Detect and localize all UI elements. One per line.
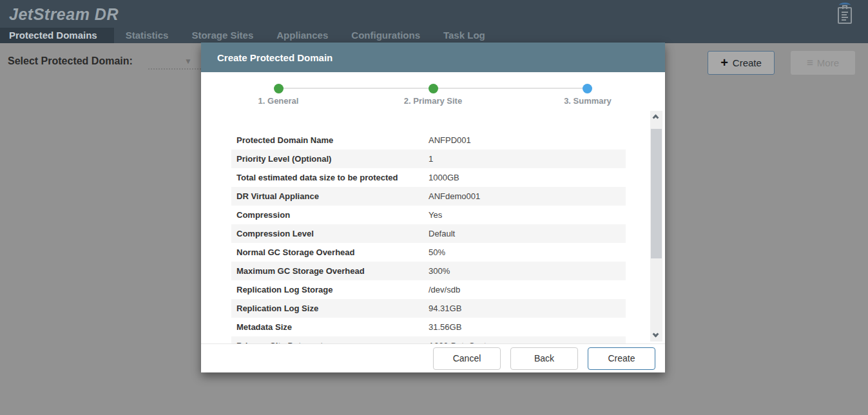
dialog-header: Create Protected Domain xyxy=(201,43,665,72)
scroll-down-button[interactable] xyxy=(650,330,662,342)
row-label: Compression xyxy=(231,210,429,220)
dialog-title: Create Protected Domain xyxy=(201,52,333,63)
row-value: ANFdemo001 xyxy=(429,191,626,201)
row-label: Priority Level (Optional) xyxy=(231,154,429,164)
table-row: Compression Yes xyxy=(231,206,626,224)
dialog-scrollbar[interactable] xyxy=(650,111,662,342)
table-row: Total estimated data size to be protecte… xyxy=(231,168,626,187)
tab-appliances[interactable]: Appliances xyxy=(265,28,340,43)
tab-statistics[interactable]: Statistics xyxy=(114,28,180,43)
tab-storage-sites[interactable]: Storage Sites xyxy=(180,28,265,43)
table-row: Replication Log Size 94.31GB xyxy=(231,299,626,318)
tab-task-log[interactable]: Task Log xyxy=(432,28,497,43)
row-value: 50% xyxy=(429,247,626,257)
scrollbar-thumb[interactable] xyxy=(651,129,662,258)
row-label: Protected Domain Name xyxy=(231,135,429,145)
more-button: ≡ More xyxy=(791,51,855,75)
scroll-up-button[interactable] xyxy=(650,111,662,122)
row-label: Normal GC Storage Overhead xyxy=(231,247,429,257)
more-button-label: More xyxy=(817,57,839,68)
plus-icon: + xyxy=(720,55,728,70)
create-button[interactable]: Create xyxy=(588,347,655,370)
select-protected-domain-label: Select Protected Domain: xyxy=(8,55,133,67)
chevron-down-icon xyxy=(653,331,659,338)
table-row: Metadata Size 31.56GB xyxy=(231,318,626,336)
row-value: 1000GB xyxy=(429,173,626,182)
step-dot-general xyxy=(274,84,284,93)
row-value: Yes xyxy=(429,210,626,220)
table-row: DR Virtual Appliance ANFdemo001 xyxy=(231,187,626,206)
create-protected-domain-dialog: Create Protected Domain 1. General 2. Pr… xyxy=(201,43,665,372)
row-label: Total estimated data size to be protecte… xyxy=(231,173,429,182)
chevron-up-icon xyxy=(653,115,659,121)
cancel-button[interactable]: Cancel xyxy=(433,347,501,370)
step-dot-summary xyxy=(583,84,592,93)
clipboard-icon[interactable] xyxy=(837,4,854,24)
table-row: Normal GC Storage Overhead 50% xyxy=(231,243,626,262)
table-row: Maximum GC Storage Overhead 300% xyxy=(231,262,626,280)
row-value: 1 xyxy=(429,154,626,164)
create-button-label: Create xyxy=(733,57,762,68)
summary-table: Protected Domain Name ANFPD001 Priority … xyxy=(231,131,626,343)
app-logo: JetStream DR xyxy=(9,5,119,24)
row-value: 31.56GB xyxy=(429,322,626,332)
clipboard-body-icon xyxy=(838,7,852,24)
protected-domain-dropdown[interactable] xyxy=(148,68,201,70)
row-label: Replication Log Size xyxy=(231,304,429,313)
tab-protected-domains[interactable]: Protected Domains xyxy=(0,28,114,43)
row-label: Replication Log Storage xyxy=(231,285,429,294)
step-label-summary: 3. Summary xyxy=(536,96,639,106)
row-value: /dev/sdb xyxy=(429,285,626,294)
step-dot-primary-site xyxy=(429,84,438,93)
row-label: Maximum GC Storage Overhead xyxy=(231,266,429,276)
create-domain-button[interactable]: + Create xyxy=(708,51,775,75)
step-label-general: 1. General xyxy=(227,96,330,106)
row-value: 94.31GB xyxy=(429,304,626,313)
table-row: Priority Level (Optional) 1 xyxy=(231,150,626,168)
table-row: Replication Log Storage /dev/sdb xyxy=(231,280,626,299)
main-nav: Protected Domains Statistics Storage Sit… xyxy=(0,28,497,43)
row-label: Metadata Size xyxy=(231,322,429,332)
chevron-down-icon[interactable]: ▼ xyxy=(184,57,192,66)
row-label: DR Virtual Appliance xyxy=(231,191,429,201)
dialog-footer: Cancel Back Create xyxy=(201,343,665,372)
table-row: Primary Site Datacenter A300-DataCenter xyxy=(231,336,626,343)
back-button[interactable]: Back xyxy=(510,347,578,370)
top-bar: JetStream DR Protected Domains Statistic… xyxy=(0,0,868,43)
table-row: Compression Level Default xyxy=(231,224,626,243)
clipboard-clip-icon xyxy=(842,5,847,9)
row-value: Default xyxy=(429,229,626,238)
tab-configurations[interactable]: Configurations xyxy=(340,28,432,43)
row-value: 300% xyxy=(429,266,626,276)
menu-bars-icon: ≡ xyxy=(807,57,813,70)
row-value: ANFPD001 xyxy=(429,135,626,145)
row-label: Compression Level xyxy=(231,229,429,238)
table-row: Protected Domain Name ANFPD001 xyxy=(231,131,626,150)
step-label-primary-site: 2. Primary Site xyxy=(381,96,485,106)
